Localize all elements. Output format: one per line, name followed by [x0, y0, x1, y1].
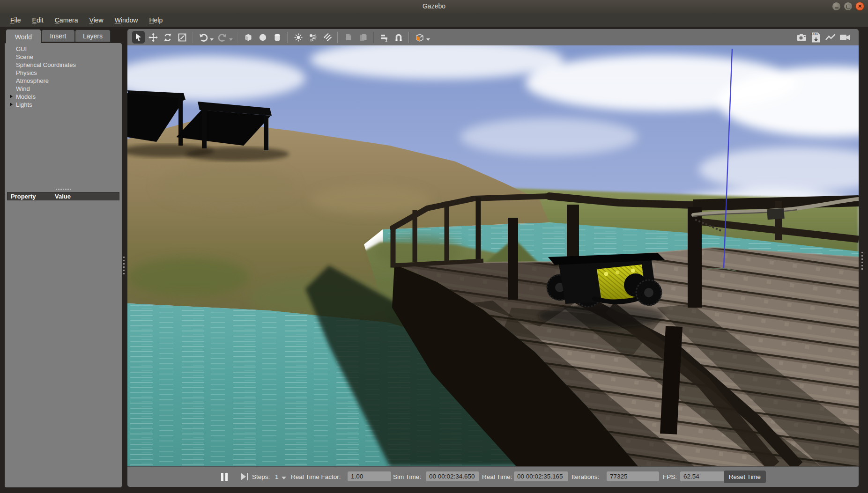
- iterations-label: Iterations:: [571, 473, 599, 480]
- real-time-label: Real Time:: [482, 473, 512, 480]
- paste-icon[interactable]: [356, 31, 369, 44]
- spot-light-icon[interactable]: [306, 31, 319, 44]
- rotate-icon[interactable]: [161, 31, 174, 44]
- menu-view[interactable]: View: [85, 15, 108, 25]
- tree-item-wind[interactable]: Wind: [5, 85, 122, 93]
- titlebar[interactable]: Gazebo ✕: [0, 0, 868, 14]
- plot-icon[interactable]: [824, 31, 837, 44]
- husky-robot[interactable]: [538, 253, 665, 328]
- tab-world[interactable]: World: [6, 29, 41, 44]
- real-time-value-box[interactable]: 00 00:02:35.165: [514, 471, 568, 481]
- view-angle-cube-icon[interactable]: [413, 31, 426, 44]
- menu-file[interactable]: File: [6, 15, 26, 25]
- value-column-header: Value: [55, 193, 71, 200]
- menu-edit[interactable]: Edit: [28, 15, 48, 25]
- pause-button[interactable]: [221, 473, 228, 481]
- tree-item-physics[interactable]: Physics: [5, 69, 122, 77]
- rtf-value-box[interactable]: 1.00: [348, 471, 391, 481]
- steps-label: Steps:: [252, 473, 270, 480]
- menubar: File Edit Camera View Window Help: [0, 13, 868, 27]
- world-panel: World Insert Layers GUI Scene Spherical …: [5, 29, 122, 487]
- fps-value-box[interactable]: 62.54: [680, 471, 726, 481]
- expand-caret-icon[interactable]: [10, 103, 13, 106]
- tree-item-gui[interactable]: GUI: [5, 45, 122, 53]
- tab-insert[interactable]: Insert: [41, 29, 75, 42]
- scale-icon[interactable]: [176, 31, 188, 44]
- viewport-toolbar: LOG: [127, 29, 859, 45]
- redo-icon[interactable]: [216, 31, 229, 44]
- redo-history-caret-icon[interactable]: [229, 38, 233, 41]
- tree-item-models[interactable]: Models: [5, 93, 122, 101]
- world-tree: GUI Scene Spherical Coordinates Physics …: [5, 45, 122, 109]
- copy-icon[interactable]: [342, 31, 355, 44]
- toolbar-separator: [237, 32, 238, 43]
- close-button[interactable]: ✕: [855, 2, 864, 11]
- toolbar-separator: [373, 32, 374, 43]
- align-icon[interactable]: [378, 31, 390, 44]
- undo-history-caret-icon[interactable]: [210, 38, 214, 41]
- property-table-header: Property Value: [7, 192, 119, 200]
- left-splitter-grip[interactable]: [123, 256, 125, 275]
- tree-item-atmosphere[interactable]: Atmosphere: [5, 77, 122, 85]
- fps-label: FPS:: [663, 473, 677, 480]
- video-record-icon[interactable]: [838, 31, 851, 44]
- tab-layers[interactable]: Layers: [75, 29, 111, 42]
- iterations-value-box[interactable]: 77325: [607, 471, 659, 481]
- directional-light-icon[interactable]: [321, 31, 334, 44]
- gazebo-window: Gazebo ✕ File Edit Camera View Window He…: [0, 0, 868, 493]
- viewport-3d[interactable]: [127, 45, 859, 466]
- snap-magnet-icon[interactable]: [392, 31, 405, 44]
- log-record-icon[interactable]: LOG: [809, 31, 822, 44]
- right-splitter-grip[interactable]: [861, 251, 863, 271]
- reset-time-button[interactable]: Reset Time: [724, 471, 766, 483]
- cylinder-icon[interactable]: [271, 31, 283, 44]
- step-button[interactable]: [241, 473, 248, 480]
- translate-icon[interactable]: [147, 31, 159, 44]
- toolbar-separator: [192, 32, 193, 43]
- menu-help[interactable]: Help: [144, 15, 167, 25]
- tree-item-scene[interactable]: Scene: [5, 53, 122, 61]
- panel-tabs: World Insert Layers: [5, 29, 122, 44]
- property-splitter-grip[interactable]: [55, 188, 71, 190]
- rtf-label: Real Time Factor:: [291, 473, 341, 480]
- tree-item-lights[interactable]: Lights: [5, 101, 122, 109]
- steps-value[interactable]: 1: [275, 473, 279, 480]
- menu-window[interactable]: Window: [110, 15, 143, 25]
- toolbar-separator: [287, 32, 288, 43]
- point-light-icon[interactable]: [292, 31, 304, 44]
- toolbar-separator: [408, 32, 409, 43]
- sim-time-value-box[interactable]: 00 00:02:34.650: [426, 471, 479, 481]
- viewport-frame: LOG: [127, 29, 859, 487]
- maximize-button[interactable]: [844, 2, 853, 11]
- expand-caret-icon[interactable]: [10, 95, 13, 98]
- property-column-header: Property: [11, 193, 36, 200]
- window-title: Gazebo: [0, 2, 868, 10]
- simulation-statusbar: Steps: 1 Real Time Factor: 1.00 Sim Time…: [127, 466, 859, 487]
- screenshot-camera-icon[interactable]: [795, 31, 808, 44]
- toolbar-separator: [337, 32, 338, 43]
- undo-icon[interactable]: [197, 31, 209, 44]
- steps-spinner-caret-icon[interactable]: [282, 477, 286, 479]
- tree-item-spherical-coordinates[interactable]: Spherical Coordinates: [5, 61, 122, 69]
- log-icon-text: LOG: [811, 32, 818, 36]
- select-arrow-icon[interactable]: [132, 31, 145, 44]
- menu-camera[interactable]: Camera: [50, 15, 83, 25]
- sim-time-label: Sim Time:: [393, 473, 421, 480]
- minimize-button[interactable]: [832, 2, 841, 11]
- box-icon[interactable]: [242, 31, 254, 44]
- view-angle-caret-icon[interactable]: [426, 38, 430, 41]
- sphere-icon[interactable]: [256, 31, 269, 44]
- world-tree-panel: GUI Scene Spherical Coordinates Physics …: [5, 43, 122, 487]
